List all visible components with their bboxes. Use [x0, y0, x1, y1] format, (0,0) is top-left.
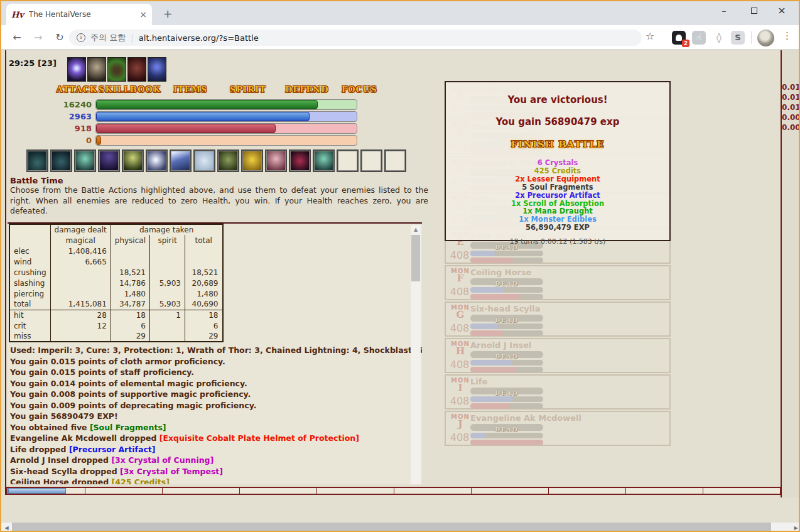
quickslot-empty[interactable]: [337, 149, 359, 172]
new-tab-button[interactable]: +: [159, 6, 176, 23]
row-label: piercing: [9, 288, 50, 299]
quickslot-empty[interactable]: [360, 149, 382, 172]
table-row: piercing1,4801,480: [9, 288, 223, 299]
address-bar[interactable]: i 주의 요함 | alt.hentaiverse.org/?s=Battle: [69, 30, 642, 46]
titlebar: Hv The HentaiVerse × + – ×: [1, 1, 799, 25]
close-button[interactable]: ×: [767, 1, 796, 21]
column-header: magical: [50, 235, 111, 246]
extension-box-icon[interactable]: 2: [672, 31, 686, 45]
battle-menu-skillbook[interactable]: Skillbook: [99, 85, 161, 94]
loot-item: 5 Soul Fragments: [446, 183, 669, 192]
battle-menu-focus[interactable]: Focus: [342, 85, 377, 94]
quickslot-icon[interactable]: [313, 149, 335, 172]
portrait-image: [67, 57, 86, 82]
back-icon[interactable]: ←: [9, 30, 25, 46]
table-subheader-row: magicalphysicalspirittotal: [9, 235, 223, 246]
quickslot-icon[interactable]: [217, 149, 239, 172]
quickslot-icon[interactable]: [289, 149, 311, 172]
quickslot-empty[interactable]: [384, 149, 406, 172]
monster-level: 408: [448, 432, 471, 443]
monster-pane[interactable]: MONH408Arnold J InselDEAD: [445, 338, 671, 373]
quickslot-icon[interactable]: [122, 149, 144, 172]
maximize-button[interactable]: [740, 1, 769, 21]
extension-s-icon[interactable]: S: [731, 31, 745, 45]
row-label: crit: [9, 320, 50, 331]
log-text: You gain 0.014 points of elemental magic…: [10, 379, 247, 388]
experience-fill: [8, 488, 66, 494]
damage-table: damage dealtdamage takenmagicalphysicals…: [9, 224, 224, 342]
quickslot-icon[interactable]: [241, 149, 263, 172]
quickslot-icon[interactable]: [26, 149, 48, 172]
battle-menu-spirit[interactable]: Spirit: [230, 85, 266, 94]
battle-menu-attack[interactable]: Attack: [57, 85, 97, 94]
horizontal-scrollbar-thumb[interactable]: [12, 523, 771, 532]
log-scrollbar[interactable]: ▲: [411, 225, 421, 484]
exp-tick: [239, 487, 240, 494]
quickslot-icon[interactable]: [50, 149, 72, 172]
quickslot-icon[interactable]: [74, 149, 96, 172]
log-line: You gain 0.015 points of cloth armor pro…: [10, 357, 225, 366]
profile-avatar[interactable]: [757, 30, 774, 46]
reload-icon[interactable]: ↻: [51, 30, 68, 46]
damage-value: 1: [150, 310, 185, 320]
monster-name: Evangeline Ak Mcdowell: [470, 413, 581, 423]
monster-mana-bar: [470, 396, 543, 402]
quickslot-icon[interactable]: [98, 149, 120, 172]
damage-value: 5,903: [150, 278, 185, 288]
url-text[interactable]: alt.hentaiverse.org/?s=Battle: [139, 33, 259, 43]
horizontal-scrollbar[interactable]: ◀ ▶: [1, 523, 800, 532]
column-header: physical: [111, 235, 149, 246]
quickslot-icon[interactable]: [170, 149, 192, 172]
bookmark-star-icon[interactable]: ☆: [646, 30, 654, 42]
minimize-button[interactable]: –: [710, 1, 738, 21]
log-text: Arnold J Insel dropped: [10, 455, 111, 465]
log-item-drop: [Precursor Artifact]: [69, 445, 156, 454]
toolbar-divider: [751, 31, 752, 44]
monster-mana-bar: [470, 287, 543, 293]
battle-menu-defend[interactable]: Defend: [285, 85, 328, 94]
victory-title: You are victorious!: [446, 94, 669, 106]
log-text: Ceiling Horse dropped: [10, 477, 112, 484]
scroll-right-icon[interactable]: ▶: [791, 523, 800, 532]
monster-pane[interactable]: MONF408Ceiling HorseDEAD: [445, 265, 671, 300]
monster-pane[interactable]: MONI408LifeDEAD: [445, 374, 671, 410]
portrait-image: [107, 57, 126, 82]
table-corner-cell: [9, 224, 50, 235]
log-scrollbar-thumb[interactable]: [411, 235, 420, 281]
monster-health-bar: DEAD: [470, 388, 543, 394]
browser-window: Hv The HentaiVerse × + – × ← → ↻ i 주의 요함…: [0, 0, 800, 532]
quickslot-icon[interactable]: [146, 149, 168, 172]
info-icon[interactable]: i: [77, 33, 85, 42]
monster-pane[interactable]: MONJ408Evangeline Ak McdowellDEAD: [445, 411, 671, 446]
damage-value: 34,787: [111, 299, 149, 310]
scroll-up-icon[interactable]: ▲: [411, 225, 421, 234]
browser-menu-icon[interactable]: ⋮: [782, 30, 792, 41]
tab-close-icon[interactable]: ×: [139, 9, 147, 19]
battle-menu-items[interactable]: Items: [173, 85, 207, 94]
row-label: elec: [9, 246, 50, 256]
damage-value: [150, 331, 185, 342]
dead-label: DEAD: [495, 281, 518, 287]
log-text: Six-head Scylla dropped: [10, 467, 120, 476]
quickslot-icon[interactable]: [265, 149, 287, 172]
scroll-left-icon[interactable]: ◀: [1, 523, 12, 532]
damage-value: 6: [185, 320, 223, 331]
damage-value: 1,408,416: [50, 246, 111, 256]
sp-track: [95, 123, 357, 134]
security-label[interactable]: 주의 요함: [90, 32, 126, 43]
finish-battle-button[interactable]: Finish Battle: [511, 139, 605, 150]
log-line: Used: Imperil: 3, Cure: 3, Protection: 1…: [10, 345, 422, 355]
hp-value: 16240: [1, 100, 92, 109]
extension-droplet-icon[interactable]: ◊: [712, 31, 726, 45]
extension-hand-icon[interactable]: ☝: [692, 31, 706, 45]
forward-icon[interactable]: →: [30, 30, 46, 46]
monster-pane[interactable]: MONG408Six-head ScyllaDEAD: [445, 301, 671, 337]
damage-value: [50, 288, 111, 299]
quickslot-icon[interactable]: [193, 149, 215, 172]
browser-tab[interactable]: Hv The HentaiVerse ×: [6, 4, 152, 25]
mp-track: [95, 111, 357, 122]
monster-health-bar: DEAD: [470, 351, 543, 358]
experience-bar: [6, 487, 781, 495]
damage-value: 18,521: [111, 267, 149, 278]
log-line: Arnold J Insel dropped [3x Crystal of Cu…: [10, 455, 214, 465]
